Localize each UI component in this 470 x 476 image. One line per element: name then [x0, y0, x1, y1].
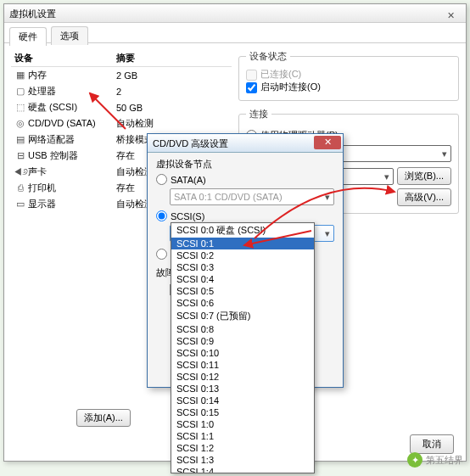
watermark-icon: ✦ — [407, 452, 422, 468]
advanced-title: CD/DVD 高级设置 ✕ — [148, 134, 343, 153]
tab-bar: 硬件 选项 — [4, 23, 466, 43]
connect-legend: 连接 — [246, 108, 271, 120]
device-icon: ▦ — [14, 70, 26, 81]
ide-radio[interactable] — [156, 249, 167, 260]
dropdown-item[interactable]: SCSI 0:11 — [171, 359, 314, 371]
col-summary: 摘要 — [116, 52, 228, 64]
close-icon[interactable]: ✕ — [439, 6, 462, 20]
dropdown-item[interactable]: SCSI 0:9 — [171, 335, 314, 347]
title-text: 虚拟机设置 — [9, 8, 56, 19]
sata-combo[interactable]: SATA 0:1 CD/DVD (SATA) — [170, 188, 334, 205]
device-icon: ◎ — [14, 118, 26, 129]
device-icon: ▢ — [14, 86, 26, 97]
dropdown-item[interactable]: SCSI 0:7 (已预留) — [171, 309, 314, 323]
device-row[interactable]: ⬚硬盘 (SCSI)50 GB — [11, 99, 232, 115]
dialog-title: 虚拟机设置 ✕ — [4, 4, 466, 23]
dropdown-item[interactable]: SCSI 0:1 — [171, 238, 314, 249]
device-name: 显示器 — [28, 199, 56, 209]
dropdown-item[interactable]: SCSI 1:3 — [171, 454, 314, 466]
dropdown-item[interactable]: SCSI 0:13 — [171, 383, 314, 395]
tab-hardware[interactable]: 硬件 — [9, 27, 47, 46]
device-icon: ◀୬ — [14, 166, 26, 177]
device-icon: ▤ — [14, 134, 26, 145]
advanced-title-text: CD/DVD 高级设置 — [153, 138, 228, 148]
device-summary: 2 GB — [116, 70, 228, 81]
advanced-close-icon[interactable]: ✕ — [314, 136, 341, 149]
connected-checkbox — [246, 70, 257, 81]
scsi-radio[interactable] — [156, 210, 167, 221]
watermark: ✦ 第五结界 — [407, 452, 463, 468]
dropdown-item[interactable]: SCSI 0:0 硬盘 (SCSI) — [171, 223, 314, 238]
cancel-button[interactable]: 取消 — [410, 434, 454, 454]
scsi-label: SCSI(S) — [171, 211, 204, 221]
device-summary: 50 GB — [116, 103, 228, 113]
dropdown-item[interactable]: SCSI 0:8 — [171, 323, 314, 335]
poweron-label: 启动时连接(O) — [260, 81, 321, 92]
dropdown-item[interactable]: SCSI 0:14 — [171, 395, 314, 406]
tab-options[interactable]: 选项 — [51, 26, 88, 45]
device-summary: 自动检测 — [116, 117, 228, 130]
device-name: 处理器 — [28, 86, 56, 96]
device-name: 声卡 — [28, 166, 47, 176]
dropdown-item[interactable]: SCSI 0:12 — [171, 371, 314, 383]
dropdown-item[interactable]: SCSI 0:3 — [171, 261, 314, 273]
add-button[interactable]: 添加(A)... — [76, 409, 131, 427]
dropdown-item[interactable]: SCSI 0:10 — [171, 347, 314, 359]
poweron-checkbox[interactable] — [246, 82, 257, 93]
sata-radio[interactable] — [156, 174, 167, 185]
device-name: 打印机 — [28, 182, 56, 193]
device-icon: ▭ — [14, 199, 26, 210]
device-row[interactable]: ◎CD/DVD (SATA)自动检测 — [11, 115, 232, 132]
device-name: USB 控制器 — [28, 150, 78, 160]
device-row[interactable]: ▦内存2 GB — [11, 67, 232, 83]
dropdown-item[interactable]: SCSI 1:2 — [171, 442, 314, 454]
dropdown-item[interactable]: SCSI 1:1 — [171, 430, 314, 442]
device-row[interactable]: ▢处理器2 — [11, 83, 232, 99]
dropdown-item[interactable]: SCSI 0:4 — [171, 273, 314, 285]
scsi-dropdown-list[interactable]: SCSI 0:0 硬盘 (SCSI)SCSI 0:1SCSI 0:2SCSI 0… — [171, 222, 315, 473]
dropdown-item[interactable]: SCSI 1:4 — [171, 466, 314, 473]
watermark-text: 第五结界 — [426, 454, 463, 467]
status-group: 设备状态 已连接(C) 启动时连接(O) — [238, 50, 459, 101]
dropdown-item[interactable]: SCSI 0:6 — [171, 297, 314, 309]
device-icon: ⬚ — [14, 102, 26, 113]
device-name: 内存 — [28, 70, 47, 80]
device-name: 硬盘 (SCSI) — [28, 102, 77, 112]
device-name: CD/DVD (SATA) — [28, 118, 96, 128]
dropdown-item[interactable]: SCSI 1:0 — [171, 418, 314, 430]
col-device: 设备 — [14, 52, 116, 64]
vnode-label: 虚拟设备节点 — [156, 158, 334, 171]
browse-button[interactable]: 浏览(B)... — [397, 167, 451, 185]
dropdown-item[interactable]: SCSI 0:5 — [171, 285, 314, 297]
connected-label: 已连接(C) — [260, 69, 301, 79]
device-icon: ⊟ — [14, 150, 26, 161]
dropdown-item[interactable]: SCSI 0:2 — [171, 249, 314, 261]
device-summary: 2 — [116, 87, 228, 97]
sata-label: SATA(A) — [171, 175, 206, 185]
device-icon: ⎙ — [14, 182, 26, 193]
advanced-button[interactable]: 高级(V)... — [397, 188, 451, 206]
status-legend: 设备状态 — [246, 50, 290, 63]
device-name: 网络适配器 — [28, 134, 75, 144]
dropdown-item[interactable]: SCSI 0:15 — [171, 406, 314, 418]
